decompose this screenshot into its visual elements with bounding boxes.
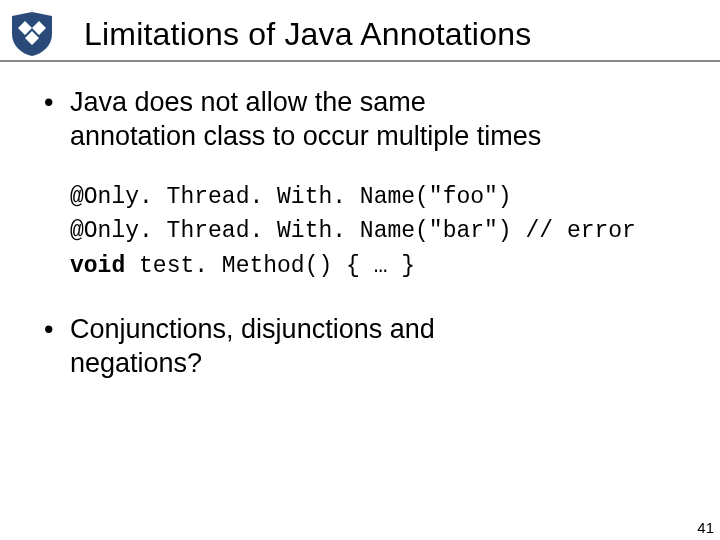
code-line-3: void test. Method() { … } [70,249,680,284]
slide-content: Java does not allow the same annotation … [0,62,720,381]
bullet-item-1: Java does not allow the same annotation … [44,86,680,154]
bullet-list-2: Conjunctions, disjunctions and negations… [40,313,680,381]
bullet-item-2: Conjunctions, disjunctions and negations… [44,313,680,381]
bullet-list: Java does not allow the same annotation … [40,86,680,154]
bullet-text: Conjunctions, disjunctions and [70,314,435,344]
bullet-text: Java does not allow the same [70,87,426,117]
code-line-1: @Only. Thread. With. Name("foo") [70,180,680,215]
bullet-text: annotation class to occur multiple times [70,121,541,151]
code-line-2: @Only. Thread. With. Name("bar") // erro… [70,214,680,249]
page-number: 41 [697,519,714,536]
code-block: @Only. Thread. With. Name("foo") @Only. … [70,180,680,284]
shield-logo-icon [8,10,56,58]
bullet-text: negations? [70,348,202,378]
slide-header: Limitations of Java Annotations [0,0,720,62]
slide-title: Limitations of Java Annotations [84,16,531,53]
